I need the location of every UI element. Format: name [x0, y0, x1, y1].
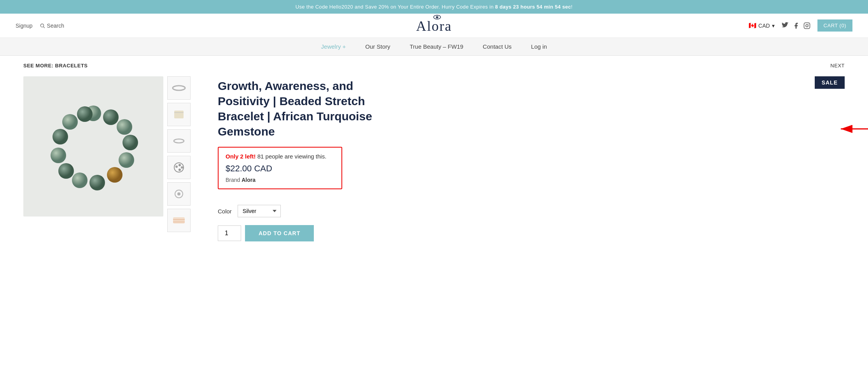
color-row: Color Silver Gold Rose Gold — [218, 205, 845, 217]
svg-point-21 — [77, 106, 93, 122]
svg-point-0 — [40, 24, 44, 27]
thumb-svg-2 — [171, 107, 187, 122]
svg-point-27 — [175, 165, 178, 168]
see-more-label: SEE MORE: — [23, 63, 53, 69]
svg-point-32 — [177, 192, 180, 195]
flag-icon: 🇨🇦 — [749, 22, 756, 29]
svg-point-29 — [181, 166, 183, 169]
logo-svg: Alora — [411, 13, 457, 37]
thumbnail-5[interactable] — [167, 182, 191, 206]
svg-point-17 — [58, 163, 74, 179]
thumbnail-2[interactable] — [167, 103, 191, 126]
svg-text:Alora: Alora — [416, 18, 452, 34]
image-gallery — [23, 76, 191, 241]
svg-point-16 — [72, 173, 88, 188]
svg-point-12 — [122, 135, 138, 150]
svg-point-25 — [174, 139, 184, 143]
svg-point-19 — [52, 129, 68, 144]
currency-selector[interactable]: 🇨🇦 CAD ▾ — [749, 22, 775, 29]
svg-point-5 — [437, 16, 438, 17]
thumb-svg-4 — [171, 160, 187, 175]
svg-point-14 — [107, 167, 122, 183]
category-link[interactable]: BRACELETS — [55, 63, 88, 69]
banner-bold: 8 days 23 hours 54 min 54 sec — [495, 4, 571, 10]
arrow-indicator — [837, 123, 868, 135]
thumb-svg-5 — [171, 186, 187, 202]
svg-point-20 — [62, 114, 78, 130]
bracelet-svg — [35, 88, 152, 205]
svg-point-10 — [103, 109, 119, 125]
svg-point-15 — [89, 175, 105, 190]
thumbnail-6[interactable] — [167, 209, 191, 232]
search-icon — [40, 23, 45, 28]
product-title: Growth, Awareness, and Positivity | Bead… — [218, 78, 373, 139]
thumbnail-list — [167, 76, 191, 241]
signup-link[interactable]: Signup — [16, 23, 33, 29]
main-product-image — [23, 76, 163, 217]
thumbnail-3[interactable] — [167, 129, 191, 153]
promo-banner: Use the Code Hello2020 and Save 20% on Y… — [0, 0, 868, 14]
product-area: SALE Growth, Awareness, and Positivity |… — [0, 72, 868, 257]
arrow-icon — [837, 123, 868, 135]
brand-label: Brand — [226, 177, 240, 183]
urgency-rest: 81 people are viewing this. — [256, 153, 327, 160]
svg-point-30 — [178, 169, 181, 171]
nav-item-jewelry[interactable]: Jewelry + — [321, 43, 346, 50]
svg-point-22 — [173, 86, 185, 90]
color-label: Color — [218, 208, 232, 215]
thumb-svg-1 — [171, 80, 187, 96]
urgency-box: Only 2 left! 81 people are viewing this.… — [218, 147, 342, 189]
next-button[interactable]: NEXT — [830, 63, 845, 69]
thumb-svg-3 — [171, 133, 187, 149]
facebook-icon[interactable] — [793, 22, 800, 29]
svg-point-18 — [51, 148, 66, 163]
currency-label: CAD — [758, 23, 770, 29]
sale-badge: SALE — [815, 76, 845, 89]
cart-row: ADD TO CART — [218, 225, 845, 241]
urgency-text: Only 2 left! 81 people are viewing this. — [226, 153, 334, 160]
add-to-cart-button[interactable]: ADD TO CART — [245, 225, 314, 241]
logo[interactable]: Alora — [411, 13, 457, 38]
nav-item-login[interactable]: Log in — [531, 43, 547, 50]
svg-point-7 — [806, 25, 808, 27]
svg-rect-6 — [804, 23, 810, 28]
nav-item-our-story[interactable]: Our Story — [365, 43, 390, 50]
svg-rect-33 — [173, 217, 185, 224]
banner-text-before: Use the Code Hello2020 and Save 20% on Y… — [296, 4, 495, 10]
svg-rect-23 — [174, 111, 184, 118]
currency-chevron-icon: ▾ — [772, 23, 775, 29]
thumbnail-1[interactable] — [167, 76, 191, 100]
banner-text-after: ! — [571, 4, 572, 10]
svg-point-13 — [119, 152, 134, 168]
brand-name: Alora — [242, 177, 256, 183]
instagram-icon[interactable] — [803, 22, 810, 29]
site-header: Signup Search Alora 🇨🇦 CAD ▾ — [0, 14, 868, 38]
quantity-input[interactable] — [218, 225, 241, 241]
nav-item-contact-us[interactable]: Contact Us — [483, 43, 511, 50]
svg-line-1 — [43, 26, 44, 28]
color-select[interactable]: Silver Gold Rose Gold — [238, 205, 281, 217]
header-left: Signup Search — [16, 23, 64, 29]
svg-point-28 — [178, 164, 181, 166]
header-right: 🇨🇦 CAD ▾ CART (0) — [749, 19, 852, 32]
product-price: $22.00 CAD — [226, 164, 334, 174]
brand-line: Brand Alora — [226, 177, 334, 183]
search-label[interactable]: Search — [47, 23, 64, 29]
only-left-text: Only 2 left! — [226, 153, 256, 160]
see-more: SEE MORE: BRACELETS — [23, 63, 88, 69]
product-details: SALE Growth, Awareness, and Positivity |… — [206, 76, 845, 241]
nav-item-true-beauty[interactable]: True Beauty – FW19 — [410, 43, 464, 50]
main-nav: Jewelry + Our Story True Beauty – FW19 C… — [0, 38, 868, 56]
twitter-icon[interactable] — [782, 22, 789, 29]
thumbnail-4[interactable] — [167, 156, 191, 179]
breadcrumb: SEE MORE: BRACELETS NEXT — [0, 56, 868, 72]
svg-point-8 — [808, 24, 809, 25]
cart-button[interactable]: CART (0) — [817, 19, 852, 32]
search-wrap[interactable]: Search — [40, 23, 64, 29]
social-icons — [782, 22, 810, 29]
svg-point-11 — [117, 119, 132, 135]
thumb-svg-6 — [171, 213, 187, 228]
